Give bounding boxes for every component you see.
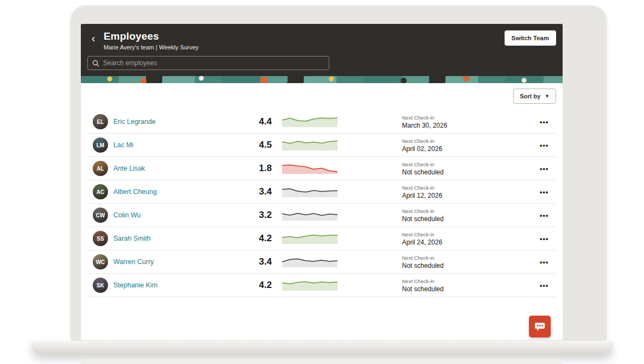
sparkline-chart: [272, 138, 356, 152]
employee-row: AL Ante Lisak 1.8 Next Check-in Not sche…: [87, 157, 556, 180]
sparkline-svg: [280, 278, 339, 292]
score-value: 3.4: [246, 186, 272, 197]
row-menu-button[interactable]: •••: [532, 118, 556, 126]
switch-team-button[interactable]: Switch Team: [505, 30, 556, 46]
score-value: 4.2: [246, 233, 272, 244]
row-menu-button[interactable]: •••: [532, 165, 556, 173]
next-checkin-label: Next Check-in: [402, 231, 532, 237]
next-checkin-value: April 02, 2026: [402, 145, 532, 153]
sparkline-chart: [272, 231, 356, 246]
next-checkin-label: Next Check-in: [402, 161, 532, 167]
sparkline-chart: [272, 161, 356, 175]
score-value: 3.4: [246, 256, 272, 267]
avatar: LM: [93, 137, 108, 153]
sparkline-chart: [272, 185, 356, 199]
sparkline-chart: [272, 115, 356, 129]
next-checkin: Next Check-in Not scheduled: [402, 255, 532, 269]
avatar: AC: [93, 184, 108, 199]
search-input[interactable]: [103, 59, 324, 67]
employee-row: LM Lac Mi 4.5 Next Check-in April 02, 20…: [87, 134, 556, 157]
row-menu-button[interactable]: •••: [532, 235, 556, 243]
app-header: ‹ Employees Marie Avery's team | Weekly …: [81, 24, 563, 76]
chevron-down-icon: ▼: [545, 94, 550, 99]
avatar: SK: [93, 278, 108, 293]
employee-name-link[interactable]: Colin Wu: [113, 211, 246, 219]
title-block: Employees Marie Avery's team | Weekly Su…: [104, 30, 199, 51]
employee-name-link[interactable]: Stephanie Kim: [113, 281, 246, 289]
next-checkin-value: Not scheduled: [402, 262, 532, 269]
employee-name-link[interactable]: Sarah Smith: [113, 235, 246, 242]
avatar: EL: [93, 114, 108, 129]
score-value: 4.2: [246, 280, 272, 291]
next-checkin-value: April 24, 2026: [402, 239, 532, 246]
toolbar: Sort by ▼: [81, 83, 563, 104]
back-button[interactable]: ‹: [87, 32, 99, 45]
next-checkin: Next Check-in Not scheduled: [402, 278, 532, 293]
sparkline-svg: [280, 208, 339, 222]
sparkline-svg: [280, 231, 339, 246]
page-subtitle: Marie Avery's team | Weekly Survey: [104, 44, 199, 51]
sort-by-label: Sort by: [520, 93, 540, 99]
score-value: 4.4: [246, 116, 272, 127]
avatar: SS: [93, 231, 108, 246]
chat-bubble-icon: [533, 320, 546, 333]
employee-row: SS Sarah Smith 4.2 Next Check-in April 2…: [87, 227, 556, 250]
employee-name-link[interactable]: Lac Mi: [113, 141, 246, 149]
next-checkin-label: Next Check-in: [402, 278, 532, 284]
score-value: 1.8: [246, 163, 272, 174]
score-value: 3.2: [246, 210, 272, 221]
row-menu-button[interactable]: •••: [532, 211, 556, 219]
laptop-base: [31, 341, 614, 355]
row-menu-button[interactable]: •••: [532, 188, 556, 196]
employee-name-link[interactable]: Albert Cheung: [113, 188, 246, 196]
page-title: Employees: [104, 30, 199, 42]
sparkline-svg: [280, 185, 339, 199]
row-menu-button[interactable]: •••: [532, 281, 556, 290]
employee-row: AC Albert Cheung 3.4 Next Check-in April…: [87, 180, 556, 204]
next-checkin: Next Check-in April 02, 2026: [402, 138, 532, 153]
laptop-lid: ‹ Employees Marie Avery's team | Weekly …: [71, 5, 607, 343]
employee-row: SK Stephanie Kim 4.2 Next Check-in Not s…: [87, 274, 556, 297]
sparkline-svg: [280, 161, 339, 175]
sparkline-chart: [272, 255, 356, 269]
sparkline-svg: [280, 138, 339, 152]
employee-name-link[interactable]: Warren Curry: [113, 258, 246, 266]
next-checkin: Next Check-in April 12, 2026: [402, 185, 532, 199]
sparkline-chart: [272, 278, 356, 292]
row-menu-button[interactable]: •••: [532, 141, 556, 149]
next-checkin-value: Not scheduled: [402, 285, 532, 293]
app-window: ‹ Employees Marie Avery's team | Weekly …: [81, 24, 563, 340]
next-checkin-value: March 30, 2026: [402, 122, 532, 129]
banner-illustration: [81, 76, 563, 83]
next-checkin-label: Next Check-in: [402, 255, 532, 261]
employee-row: WC Warren Curry 3.4 Next Check-in Not sc…: [87, 250, 556, 274]
next-checkin-value: April 12, 2026: [402, 192, 532, 199]
main-content: Sort by ▼ EL Eric Legrande 4.4 Next Chec…: [81, 83, 563, 340]
next-checkin: Next Check-in April 24, 2026: [402, 231, 532, 246]
score-value: 4.5: [246, 140, 272, 150]
employee-row: CW Colin Wu 3.2 Next Check-in Not schedu…: [87, 204, 556, 227]
next-checkin-label: Next Check-in: [402, 115, 532, 121]
feedback-button[interactable]: [529, 316, 551, 337]
employee-name-link[interactable]: Eric Legrande: [113, 118, 246, 125]
sort-by-button[interactable]: Sort by ▼: [513, 89, 556, 104]
next-checkin-value: Not scheduled: [402, 168, 532, 176]
avatar: AL: [93, 161, 108, 176]
sparkline-svg: [280, 115, 339, 129]
next-checkin: Next Check-in Not scheduled: [402, 161, 532, 176]
sparkline-svg: [280, 255, 339, 269]
next-checkin: Next Check-in March 30, 2026: [402, 115, 532, 129]
sparkline-chart: [272, 208, 356, 222]
employee-name-link[interactable]: Ante Lisak: [113, 165, 246, 172]
employee-row: EL Eric Legrande 4.4 Next Check-in March…: [87, 110, 556, 134]
next-checkin-value: Not scheduled: [402, 215, 532, 223]
laptop-base-reflection: [81, 359, 563, 364]
next-checkin-label: Next Check-in: [402, 185, 532, 191]
row-menu-button[interactable]: •••: [532, 258, 556, 266]
avatar: CW: [93, 208, 108, 223]
next-checkin-label: Next Check-in: [402, 208, 532, 214]
next-checkin: Next Check-in Not scheduled: [402, 208, 532, 223]
next-checkin-label: Next Check-in: [402, 138, 532, 144]
avatar: WC: [93, 254, 108, 269]
search-box: [87, 56, 329, 70]
